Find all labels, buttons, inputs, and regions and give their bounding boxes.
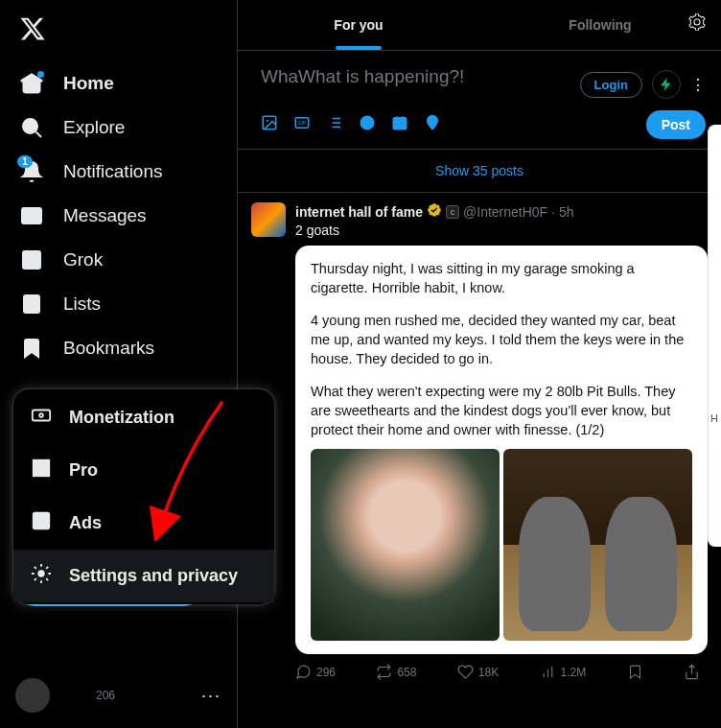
bell-icon: 1 xyxy=(19,159,44,184)
main-column: For you Following WhaWhat is happening?!… xyxy=(238,0,721,728)
login-button[interactable]: Login xyxy=(580,72,642,98)
nav-explore[interactable]: Explore xyxy=(0,106,237,150)
emoji-icon[interactable] xyxy=(359,114,376,135)
more-icon: ··· xyxy=(201,686,221,706)
tweet-timestamp[interactable]: 5h xyxy=(559,204,574,220)
svg-point-9 xyxy=(39,413,43,417)
svg-point-0 xyxy=(23,119,37,133)
svg-point-16 xyxy=(267,120,268,122)
home-icon xyxy=(19,71,44,96)
nav-bookmarks[interactable]: Bookmarks xyxy=(0,326,237,370)
verified-icon xyxy=(427,202,442,221)
money-icon xyxy=(31,405,52,431)
nav-messages[interactable]: Messages xyxy=(0,194,237,238)
nav-label: Messages xyxy=(63,205,147,226)
tweet-handle[interactable]: @InternetH0F xyxy=(463,204,547,220)
share-action[interactable] xyxy=(684,664,700,680)
retweet-button[interactable]: 658 xyxy=(376,664,416,680)
timeline-tabs: For you Following xyxy=(238,0,721,51)
location-icon[interactable] xyxy=(424,114,441,135)
mail-icon xyxy=(19,203,44,228)
tweet-author-name[interactable]: internet hall of fame xyxy=(295,204,423,220)
bolt-icon[interactable] xyxy=(652,70,681,99)
card-p3: What they weren't expecting were my 2 80… xyxy=(311,382,692,439)
svg-point-26 xyxy=(364,121,365,122)
bookmark-action[interactable] xyxy=(627,664,643,680)
menu-label: Ads xyxy=(69,513,102,533)
svg-point-25 xyxy=(360,116,374,129)
show-new-posts[interactable]: Show 35 posts xyxy=(238,150,721,193)
menu-label: Pro xyxy=(69,460,98,481)
nav-lists[interactable]: Lists xyxy=(0,282,237,326)
like-button[interactable]: 18K xyxy=(457,664,499,680)
schedule-icon[interactable] xyxy=(391,114,408,135)
card-image-dogs xyxy=(503,449,692,641)
menu-label: Monetization xyxy=(69,408,174,428)
views-button[interactable]: 1.2M xyxy=(540,664,587,680)
home-dot-indicator xyxy=(37,71,44,78)
more-vert-icon[interactable]: ⋮ xyxy=(690,76,706,94)
svg-rect-28 xyxy=(393,118,407,129)
nav-label: Bookmarks xyxy=(63,338,154,359)
reply-button[interactable]: 296 xyxy=(295,664,336,680)
list-icon xyxy=(19,292,44,317)
menu-ads[interactable]: Ads xyxy=(13,497,274,550)
card-p2: 4 young men rushed me, decided they want… xyxy=(311,311,692,368)
x-logo[interactable] xyxy=(0,8,237,61)
menu-settings-privacy[interactable]: Settings and privacy xyxy=(13,550,274,602)
poll-icon[interactable] xyxy=(326,114,343,135)
avatar xyxy=(15,678,50,713)
card-image-person xyxy=(311,449,500,641)
nav-label: Lists xyxy=(63,294,101,315)
tweet-composer[interactable]: WhaWhat is happening?! GIF Login ⋮ Post xyxy=(238,51,721,150)
sidebar: Home Explore 1 Notifications Messages xyxy=(0,0,238,728)
search-icon xyxy=(19,115,44,140)
gear-icon xyxy=(31,563,52,589)
nav-label: Grok xyxy=(63,249,103,270)
menu-monetization[interactable]: Monetization xyxy=(13,391,274,444)
pro-icon xyxy=(31,458,52,483)
tweet-text: 2 goats xyxy=(295,223,708,238)
tweet-avatar[interactable] xyxy=(251,202,286,237)
svg-point-32 xyxy=(430,119,434,123)
svg-rect-12 xyxy=(42,469,49,476)
composer-post-button[interactable]: Post xyxy=(646,110,706,139)
quoted-image-card[interactable]: Thursday night, I was sitting in my gara… xyxy=(295,246,708,654)
right-panel-sliver xyxy=(708,125,721,547)
svg-rect-11 xyxy=(42,460,49,467)
account-count: 206 xyxy=(96,689,115,702)
external-icon xyxy=(31,510,52,536)
more-menu-popup: Monetization Pro Ads Settings and privac… xyxy=(13,389,274,604)
affiliate-badge: c xyxy=(446,205,459,219)
svg-rect-8 xyxy=(33,411,50,421)
timeline-settings-icon[interactable] xyxy=(688,13,706,35)
nav-notifications[interactable]: 1 Notifications xyxy=(0,150,237,194)
nav-label: Notifications xyxy=(63,161,163,182)
tweet: internet hall of fame c @InternetH0F · 5… xyxy=(238,193,721,693)
nav-grok[interactable]: Grok xyxy=(0,238,237,282)
notification-badge: 1 xyxy=(17,155,33,168)
nav-label: Explore xyxy=(63,117,125,138)
media-icon[interactable] xyxy=(261,114,278,135)
tab-for-you[interactable]: For you xyxy=(238,0,479,50)
grok-icon xyxy=(19,247,44,272)
tweet-actions: 296 658 18K 1.2M xyxy=(295,654,708,684)
svg-rect-10 xyxy=(34,460,40,477)
svg-text:GIF: GIF xyxy=(298,120,307,126)
account-switcher[interactable]: 206 ··· xyxy=(0,670,237,720)
menu-label: Settings and privacy xyxy=(69,566,238,586)
bookmark-icon xyxy=(19,336,44,361)
svg-line-1 xyxy=(36,132,42,138)
nav-label: Home xyxy=(63,73,114,94)
tab-following[interactable]: Following xyxy=(479,0,721,50)
separator: · xyxy=(551,204,555,220)
svg-point-27 xyxy=(369,121,370,122)
menu-pro[interactable]: Pro xyxy=(13,444,274,497)
svg-point-14 xyxy=(38,571,44,576)
gif-icon[interactable]: GIF xyxy=(293,114,311,135)
nav-home[interactable]: Home xyxy=(0,61,237,106)
card-p1: Thursday night, I was sitting in my gara… xyxy=(311,259,692,297)
